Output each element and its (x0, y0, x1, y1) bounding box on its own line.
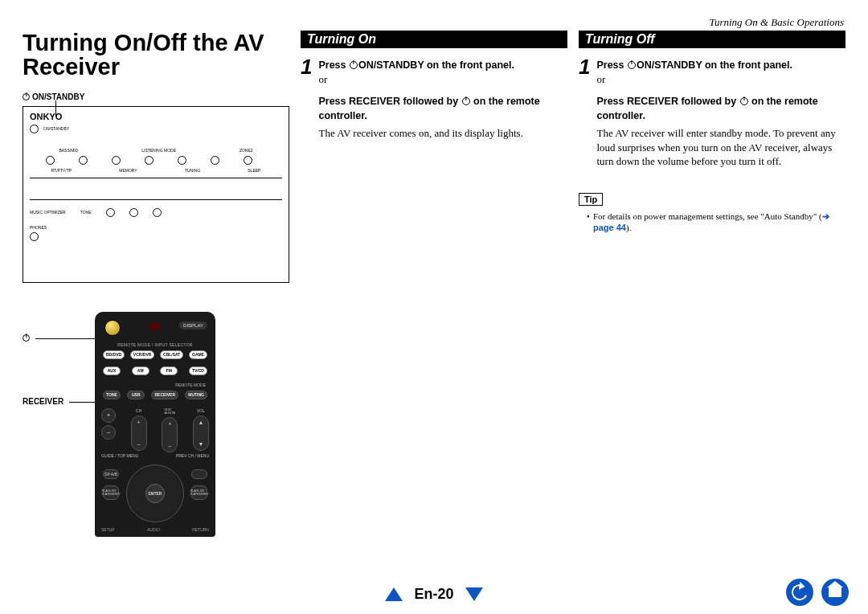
panel-display (30, 178, 282, 200)
remote-power-label (23, 334, 32, 342)
remote-btn: MUTING (185, 391, 207, 399)
panel-button-label-text: ON/STANDBY (32, 92, 84, 101)
tip-list: For details on power management settings… (579, 211, 845, 234)
turning-off-step-1: 1 Press ON/STANDBY on the front panel. o… (579, 58, 845, 169)
panel-power-button (30, 125, 39, 133)
middle-column: Turning On 1 Press ON/STANDBY on the fro… (301, 31, 567, 537)
section-turning-on: Turning On (301, 31, 567, 48)
remote-mode-title: REMOTE MODE / INPUT SELECTOR (95, 342, 215, 347)
panel-label-tiny: ZONE2 (240, 148, 253, 153)
remote-display-btn: DISPLAY (179, 321, 207, 330)
left-column: Turning On/Off the AV Receiver ON/STANDB… (23, 31, 289, 537)
back-button[interactable] (786, 579, 813, 606)
remote-side-btn (191, 469, 207, 479)
step-or: or (596, 72, 845, 87)
step-text: Press (318, 59, 349, 71)
home-icon (829, 587, 841, 597)
section-turning-off: Turning Off (579, 31, 845, 48)
step-desc: The AV receiver will enter standby mode.… (596, 126, 845, 169)
page-title: Turning On/Off the AV Receiver (23, 31, 289, 80)
step-number: 1 (301, 58, 312, 141)
power-icon (23, 93, 30, 100)
front-panel-figure: ONKYO ON/STANDBY BASS/MID LISTENING MODE… (23, 106, 289, 283)
remote-dpad: ENTER (126, 465, 184, 522)
remote-spab: SP A/B (103, 469, 119, 479)
power-icon (740, 97, 748, 105)
remote-receiver-label: RECEIVER (23, 397, 63, 406)
panel-label-tiny: LISTENING MODE (141, 148, 176, 153)
remote-menu-left: GUIDE / TOP MENU (101, 453, 138, 458)
remote-btn: AUX (103, 366, 121, 375)
power-icon (628, 61, 636, 69)
turning-on-step-1: 1 Press ON/STANDBY on the front panel. o… (301, 58, 567, 141)
brand-logo: ONKYO (30, 112, 282, 121)
step-text: Press RECEIVER followed by (318, 96, 461, 107)
panel-button-label: ON/STANDBY (23, 92, 289, 101)
remote-audio: AUDIO (147, 527, 160, 532)
remote-btn: CBL/SAT (160, 350, 183, 359)
remote-btn: USB (127, 391, 145, 399)
tip-label: Tip (579, 193, 603, 206)
step-text: Press RECEIVER followed by (596, 96, 739, 107)
remote-btn: FM (160, 366, 178, 375)
page-number: En-20 (414, 586, 453, 603)
remote-btn: TONE (103, 391, 121, 399)
step-number: 1 (579, 58, 590, 169)
remote-ir-led (149, 323, 161, 330)
remote-btn: VCR/DVR (130, 350, 155, 359)
remote-enter: ENTER (145, 484, 165, 503)
remote-btn: TV/CD (189, 366, 207, 375)
arrow-icon: ➔ (822, 211, 829, 221)
leader-line (55, 100, 56, 117)
panel-standby-text: ON/STANDBY (43, 126, 69, 131)
remote-menu-right: PREV CH / MENU (176, 453, 209, 458)
back-icon (789, 582, 810, 603)
remote-figure: RECEIVER DISPLAY REMOTE MODE / INPUT SEL… (23, 312, 289, 537)
page-up-icon[interactable] (385, 587, 403, 601)
remote-return: RETURN (192, 527, 209, 532)
power-icon (462, 97, 470, 105)
power-icon (350, 61, 358, 69)
panel-label-tiny: BASS/MID (59, 148, 78, 153)
power-icon (23, 334, 30, 342)
remote-btn: AM (132, 366, 149, 375)
remote-setup: SETUP (101, 527, 115, 532)
remote-btn: GAME (189, 350, 207, 359)
page-ref-link[interactable]: page 44 (593, 223, 626, 232)
breadcrumb: Turning On & Basic Operations (709, 16, 844, 29)
right-column: Turning Off 1 Press ON/STANDBY on the fr… (579, 31, 845, 537)
step-text: Press (596, 59, 627, 71)
step-desc: The AV receiver comes on, and its displa… (318, 126, 567, 141)
page-down-icon[interactable] (465, 587, 483, 601)
remote-playlist-l: PLAYLIST/CATEGORY (103, 485, 119, 500)
remote-power-button (104, 320, 121, 336)
remote-playlist-r: PLAYLIST/CATEGORY (191, 485, 207, 500)
tip-item: For details on power management settings… (587, 211, 845, 234)
remote-control-figure: DISPLAY REMOTE MODE / INPUT SELECTOR BD/… (95, 312, 215, 537)
step-text: ON/STANDBY on the front panel. (358, 59, 514, 71)
remote-mode-small: REMOTE MODE (175, 383, 211, 387)
step-text: ON/STANDBY on the front panel. (637, 59, 792, 71)
remote-btn: BD/DVD (103, 350, 125, 359)
page-footer: En-20 (0, 586, 868, 603)
home-button[interactable] (821, 579, 849, 606)
step-or: or (318, 72, 567, 87)
remote-btn-receiver: RECEIVER (151, 391, 178, 399)
